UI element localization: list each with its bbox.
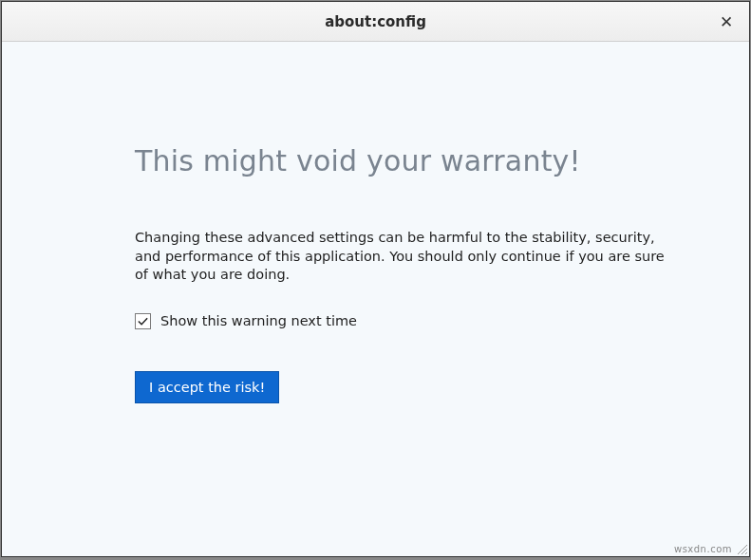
warning-body: Changing these advanced settings can be … bbox=[135, 229, 681, 285]
titlebar: about:config ✕ bbox=[2, 2, 749, 42]
window-title: about:config bbox=[325, 13, 426, 30]
accept-risk-button[interactable]: I accept the risk! bbox=[135, 371, 279, 403]
close-icon: ✕ bbox=[720, 12, 733, 31]
svg-line-2 bbox=[745, 552, 747, 554]
content-area: This might void your warranty! Changing … bbox=[2, 42, 749, 556]
close-button[interactable]: ✕ bbox=[713, 9, 740, 35]
show-warning-checkbox-row: Show this warning next time bbox=[135, 313, 685, 329]
checkmark-icon bbox=[137, 315, 149, 327]
warning-block: This might void your warranty! Changing … bbox=[135, 144, 685, 403]
show-warning-label: Show this warning next time bbox=[160, 313, 357, 328]
watermark: wsxdn.com bbox=[674, 544, 732, 554]
resize-grip-icon[interactable] bbox=[735, 542, 748, 555]
warning-heading: This might void your warranty! bbox=[135, 144, 685, 177]
show-warning-checkbox[interactable] bbox=[135, 313, 151, 329]
app-window: about:config ✕ This might void your warr… bbox=[1, 1, 750, 557]
